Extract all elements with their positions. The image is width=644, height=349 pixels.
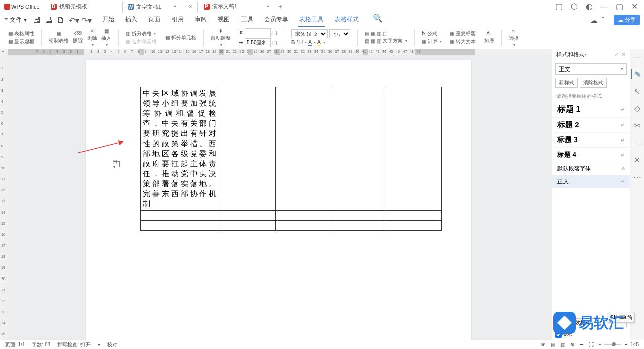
print-icon[interactable]: 🖶: [45, 16, 53, 24]
split-table-button[interactable]: ▥ 拆分表格 ▾: [126, 30, 157, 37]
menu-member[interactable]: 会员专享: [263, 13, 289, 27]
highlight-button[interactable]: A: [317, 39, 321, 46]
insert-button[interactable]: ▦插入▾: [101, 28, 111, 47]
cube-icon[interactable]: ▢: [555, 3, 562, 10]
tab-close[interactable]: ×: [189, 3, 192, 10]
file-menu[interactable]: ≡ 文件 ▾: [4, 16, 27, 24]
italic-button[interactable]: I: [296, 40, 298, 45]
maximize-button[interactable]: ▢: [616, 3, 623, 10]
row-height[interactable]: ⬍ ⬚: [239, 28, 277, 37]
menu-page[interactable]: 页面: [147, 13, 162, 27]
box-icon[interactable]: ⬡: [571, 3, 578, 10]
fit-icon[interactable]: ⛶: [589, 342, 594, 347]
text-dir-button[interactable]: 文字方向: [383, 37, 403, 44]
current-style-select[interactable]: 正文▾: [555, 63, 627, 75]
new-style-button[interactable]: 新样式: [555, 78, 578, 88]
repeat-header-button[interactable]: ▦ 重复标题: [450, 30, 476, 37]
share-button[interactable]: ☁ 分享: [614, 15, 640, 25]
zoom-out[interactable]: −: [599, 342, 602, 347]
height-input[interactable]: [245, 28, 271, 37]
zoom-control[interactable]: − + 145: [599, 342, 639, 347]
menu-start[interactable]: 开始: [101, 13, 115, 27]
col-width[interactable]: ⬌ ⬚: [239, 38, 277, 47]
clear-format-button[interactable]: 清除格式: [580, 78, 607, 88]
show-grid-button[interactable]: ▦ 显示虚框: [8, 38, 34, 45]
view-web-icon[interactable]: ⊕: [570, 342, 574, 347]
bold-button[interactable]: B: [291, 40, 295, 45]
pin-icon[interactable]: ⤢: [615, 52, 619, 57]
tab-presentation[interactable]: P 演示文稿1 •: [199, 1, 274, 13]
close-button[interactable]: ✕: [631, 3, 638, 10]
split-cells-button[interactable]: ▦ 拆分单元格: [165, 34, 196, 41]
more-icon[interactable]: ⋯: [633, 172, 642, 181]
view-read-icon[interactable]: ▤: [551, 342, 555, 347]
collapse-icon[interactable]: —: [633, 52, 642, 61]
sort-button[interactable]: A↓排序: [484, 31, 494, 44]
menu-view[interactable]: 视图: [217, 13, 231, 27]
preview-icon[interactable]: 🗋: [57, 16, 65, 24]
underline-button[interactable]: U: [299, 40, 303, 45]
word-count[interactable]: 字数: 88: [32, 341, 50, 348]
page-status[interactable]: 页面: 1/1: [5, 341, 25, 348]
erase-button[interactable]: ⌫擦除: [73, 31, 83, 44]
document-area[interactable]: 1234567891011121314151617181920212223242…: [8, 49, 552, 340]
font-color-button[interactable]: A: [308, 39, 312, 46]
draw-table-button[interactable]: ▦绘制表格: [49, 31, 69, 44]
document-table[interactable]: 中央区域协调发展领导小组要加强统筹协调和督促检查，中央有关部门要研究提出有针对性…: [140, 87, 442, 231]
menu-table-style[interactable]: 表格样式: [334, 13, 360, 27]
menu-tools[interactable]: 工具: [240, 13, 254, 27]
vertical-ruler[interactable]: ⌐ 12345678910111213141516171819202122232…: [0, 49, 8, 340]
to-text-button[interactable]: ▦ 转为文本: [450, 38, 476, 45]
cell-text[interactable]: 中央区域协调发展领导小组要加强统筹协调和督促检查，中央有关部门要研究提出有针对性…: [141, 87, 220, 210]
horizontal-ruler[interactable]: 1234567891011121314151617181920212223242…: [8, 49, 552, 55]
save-icon[interactable]: 🖫: [33, 16, 41, 24]
tab-templates[interactable]: D 找稻壳模板: [46, 1, 121, 13]
menu-insert[interactable]: 插入: [124, 13, 138, 27]
link-icon[interactable]: ⫘: [633, 138, 642, 147]
align-bl[interactable]: ▤: [365, 38, 369, 44]
table-props-button[interactable]: ▦ 表格属性: [8, 30, 34, 37]
style-heading2[interactable]: 标题 2↵: [552, 118, 630, 133]
autofit-button[interactable]: ⬍自动调整▾: [211, 28, 231, 47]
adjust-icon[interactable]: ✕: [633, 155, 642, 164]
redo-icon[interactable]: ↷▾: [81, 16, 89, 24]
align-button[interactable]: ⬚: [383, 31, 387, 36]
align-tc[interactable]: ▦: [371, 31, 375, 36]
tab-add[interactable]: ＋: [275, 2, 285, 11]
align-bc[interactable]: ▦: [371, 38, 375, 44]
caret-icon[interactable]: ˇ: [602, 16, 610, 24]
menu-table-tools[interactable]: 表格工具: [298, 13, 325, 27]
view-print-icon[interactable]: ▥: [560, 342, 565, 347]
calc-button[interactable]: ▦ 计算 ▾: [422, 38, 442, 45]
formula-button[interactable]: fx 公式: [422, 30, 442, 37]
size-select[interactable]: 小四: [329, 29, 350, 38]
view-outline-icon[interactable]: ☰: [579, 342, 584, 347]
style-heading4[interactable]: 标题 4↵: [552, 148, 630, 162]
menu-ref[interactable]: 引用: [171, 13, 185, 27]
shape-icon[interactable]: ◇: [633, 104, 642, 113]
style-heading3[interactable]: 标题 3↵: [552, 133, 630, 148]
page[interactable]: 田 ▾ 中央区域协调发展领导小组要加强统筹协调和督促检查，中央有关部门要研究提出…: [86, 60, 471, 340]
delete-button[interactable]: ✕删除▾: [87, 28, 97, 47]
style-default-font[interactable]: 默认段落字体a: [552, 162, 630, 175]
zoom-in[interactable]: +: [624, 342, 627, 347]
menu-review[interactable]: 审阅: [194, 13, 208, 27]
table-handle[interactable]: 田 ▾: [113, 161, 120, 167]
align-br[interactable]: ▥: [377, 38, 381, 44]
align-tl[interactable]: ▤: [365, 31, 369, 36]
align-tr[interactable]: ▥: [377, 31, 381, 36]
font-select[interactable]: 宋体 (正文): [291, 29, 328, 38]
select-icon[interactable]: ↖: [633, 87, 642, 96]
avatar-icon[interactable]: ◐: [586, 3, 593, 10]
select-button[interactable]: ↖选择▾: [509, 28, 519, 47]
width-input[interactable]: [245, 38, 271, 47]
minimize-button[interactable]: —: [601, 3, 608, 10]
clip-icon[interactable]: ✂: [633, 121, 642, 130]
style-heading1[interactable]: 标题 1↵: [552, 102, 630, 118]
undo-icon[interactable]: ↶▾: [69, 16, 77, 24]
search-icon[interactable]: 🔍: [373, 13, 381, 21]
close-panel-icon[interactable]: ✕: [622, 52, 626, 57]
cloud-icon[interactable]: ☁: [590, 16, 598, 24]
pencil-icon[interactable]: ✎: [631, 69, 644, 79]
tab-doc-active[interactable]: W 文字文稿1 • ×: [122, 1, 198, 13]
